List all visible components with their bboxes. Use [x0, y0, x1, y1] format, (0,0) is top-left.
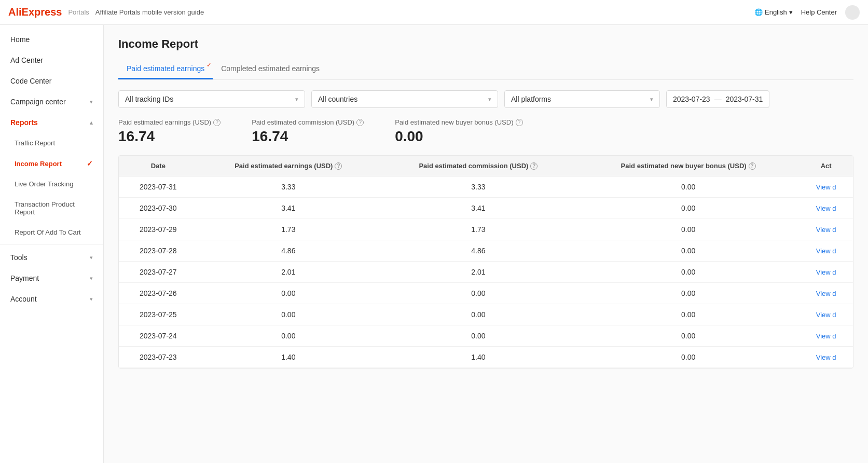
cell-action[interactable]: View d — [799, 198, 853, 219]
col-earnings-info-icon[interactable]: ? — [335, 162, 342, 170]
cell-commission: 1.40 — [379, 347, 577, 368]
sidebar-ad-center-label: Ad Center — [10, 56, 43, 64]
view-link[interactable]: View d — [816, 268, 836, 276]
sidebar-item-traffic-report[interactable]: Traffic Report — [0, 133, 103, 153]
cell-earnings: 3.41 — [198, 198, 379, 219]
cell-action[interactable]: View d — [799, 347, 853, 368]
sidebar-item-code-center[interactable]: Code Center — [0, 71, 103, 91]
col-bonus-info-icon[interactable]: ? — [749, 162, 756, 170]
date-separator: — — [714, 95, 722, 103]
col-bonus: Paid estimated new buyer bonus (USD) ? — [577, 156, 799, 176]
view-link[interactable]: View d — [816, 353, 836, 361]
bonus-info-icon[interactable]: ? — [516, 119, 523, 126]
platforms-filter[interactable]: All platforms ▾ — [504, 90, 660, 108]
view-link[interactable]: View d — [816, 205, 836, 212]
view-link[interactable]: View d — [816, 332, 836, 340]
cell-bonus: 0.00 — [577, 176, 799, 198]
app-layout: Home Ad Center Code Center Campaign cent… — [0, 25, 868, 463]
cell-earnings: 3.33 — [198, 176, 379, 198]
view-link[interactable]: View d — [816, 290, 836, 297]
date-range-filter[interactable]: 2023-07-23 — 2023-07-31 — [666, 90, 769, 108]
cell-bonus: 0.00 — [577, 325, 799, 347]
stat-earnings: Paid estimated earnings (USD) ? 16.74 — [118, 118, 221, 145]
col-earnings: Paid estimated earnings (USD) ? — [198, 156, 379, 176]
cell-commission: 1.73 — [379, 219, 577, 240]
cell-earnings: 2.01 — [198, 262, 379, 283]
language-label: English — [765, 8, 787, 16]
language-selector[interactable]: 🌐 English ▾ — [754, 8, 793, 16]
stat-commission: Paid estimated commission (USD) ? 16.74 — [252, 118, 364, 145]
cell-date: 2023-07-25 — [119, 304, 198, 325]
table-header-row: Date Paid estimated earnings (USD) ? Pai… — [119, 156, 853, 176]
cell-commission: 0.00 — [379, 283, 577, 304]
navbar: AliExpress Portals Affiliate Portals mob… — [0, 0, 868, 25]
view-link[interactable]: View d — [816, 226, 836, 234]
countries-filter[interactable]: All countries ▾ — [311, 90, 498, 108]
cell-commission: 3.33 — [379, 176, 577, 198]
platforms-arrow-icon: ▾ — [650, 96, 653, 103]
user-avatar[interactable] — [845, 5, 860, 20]
cell-bonus: 0.00 — [577, 240, 799, 262]
account-chevron-icon: ▾ — [90, 296, 93, 303]
cell-date: 2023-07-31 — [119, 176, 198, 198]
help-center-link[interactable]: Help Center — [801, 8, 837, 16]
table-row: 2023-07-24 0.00 0.00 0.00 View d — [119, 325, 853, 347]
tracking-ids-label: All tracking IDs — [125, 95, 173, 103]
sidebar-item-ad-center[interactable]: Ad Center — [0, 50, 103, 71]
sidebar-item-payment[interactable]: Payment ▾ — [0, 268, 103, 289]
sidebar-item-campaign-center[interactable]: Campaign center ▾ — [0, 91, 103, 112]
globe-icon: 🌐 — [754, 8, 763, 16]
sidebar-item-reports[interactable]: Reports ▴ — [0, 112, 103, 133]
cell-bonus: 0.00 — [577, 347, 799, 368]
cell-action[interactable]: View d — [799, 262, 853, 283]
cell-action[interactable]: View d — [799, 240, 853, 262]
view-link[interactable]: View d — [816, 183, 836, 191]
tab-completed-earnings[interactable]: Completed estimated earnings — [213, 59, 328, 79]
earnings-info-icon[interactable]: ? — [213, 119, 221, 126]
view-link[interactable]: View d — [816, 311, 836, 319]
cell-bonus: 0.00 — [577, 219, 799, 240]
sidebar-item-transaction-product[interactable]: Transaction Product Report — [0, 194, 103, 222]
cell-date: 2023-07-24 — [119, 325, 198, 347]
cell-earnings: 0.00 — [198, 283, 379, 304]
sidebar-item-live-order[interactable]: Live Order Tracking — [0, 174, 103, 194]
cell-action[interactable]: View d — [799, 304, 853, 325]
col-commission-info-icon[interactable]: ? — [530, 162, 538, 170]
navbar-left: AliExpress Portals Affiliate Portals mob… — [8, 6, 204, 18]
sidebar-item-account[interactable]: Account ▾ — [0, 289, 103, 309]
tracking-ids-filter[interactable]: All tracking IDs ▾ — [118, 90, 305, 108]
cell-bonus: 0.00 — [577, 304, 799, 325]
sidebar-item-home[interactable]: Home — [0, 29, 103, 50]
cell-action[interactable]: View d — [799, 283, 853, 304]
sidebar-transaction-label: Transaction Product Report — [15, 200, 93, 216]
sidebar-traffic-label: Traffic Report — [15, 139, 55, 147]
table-container: Date Paid estimated earnings (USD) ? Pai… — [118, 155, 853, 369]
stat-new-buyer-bonus: Paid estimated new buyer bonus (USD) ? 0… — [395, 118, 522, 145]
cell-date: 2023-07-29 — [119, 219, 198, 240]
tracking-ids-arrow-icon: ▾ — [295, 96, 298, 103]
sidebar-campaign-label: Campaign center — [10, 98, 66, 106]
sidebar-item-tools[interactable]: Tools ▾ — [0, 247, 103, 268]
cell-action[interactable]: View d — [799, 176, 853, 198]
sidebar-add-to-cart-label: Report Of Add To Cart — [15, 228, 81, 236]
sidebar-item-income-report[interactable]: Income Report ✓ — [0, 153, 103, 174]
guide-link[interactable]: Affiliate Portals mobile version guide — [95, 8, 204, 16]
aliexpress-logo: AliExpress — [8, 6, 62, 18]
cell-commission: 4.86 — [379, 240, 577, 262]
sidebar-tools-label: Tools — [10, 253, 27, 262]
logo-text: AliExpress — [8, 6, 62, 18]
portals-label: Portals — [68, 8, 89, 16]
tab-paid-earnings[interactable]: Paid estimated earnings ✓ — [118, 59, 213, 79]
cell-action[interactable]: View d — [799, 325, 853, 347]
cell-action[interactable]: View d — [799, 219, 853, 240]
income-check-icon: ✓ — [87, 159, 93, 168]
tab-check-icon: ✓ — [206, 61, 212, 69]
cell-commission: 3.41 — [379, 198, 577, 219]
navbar-right: 🌐 English ▾ Help Center — [754, 5, 860, 20]
commission-info-icon[interactable]: ? — [356, 119, 364, 126]
view-link[interactable]: View d — [816, 247, 836, 255]
table-body: 2023-07-31 3.33 3.33 0.00 View d 2023-07… — [119, 176, 853, 368]
sidebar-item-add-to-cart[interactable]: Report Of Add To Cart — [0, 222, 103, 242]
table-row: 2023-07-27 2.01 2.01 0.00 View d — [119, 262, 853, 283]
table-row: 2023-07-28 4.86 4.86 0.00 View d — [119, 240, 853, 262]
